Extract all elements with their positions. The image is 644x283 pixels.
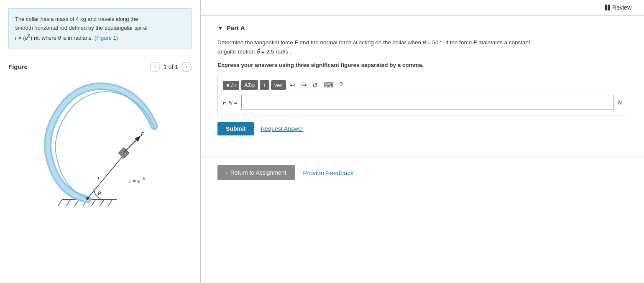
right-panel: Review ▼ Part A Determine the tangential… (201, 0, 644, 283)
prev-figure-button[interactable]: ‹ (150, 62, 160, 72)
next-figure-button[interactable]: › (181, 62, 192, 72)
figure-link[interactable]: (Figure 1) (95, 35, 118, 41)
return-label: Return to Assignment (230, 169, 286, 176)
vec-label: vec (274, 82, 283, 88)
greek-button[interactable]: AΣφ (241, 80, 258, 90)
problem-text-line2: smooth horizontal rod defined by the equ… (15, 25, 148, 31)
collapse-arrow[interactable]: ▼ (217, 25, 223, 31)
problem-statement: The collar has a mass of 4 kg and travel… (8, 8, 192, 49)
review-icon (605, 5, 610, 10)
answer-box: ■ √□ AΣφ ↕ vec ↩ ↪ ↺ ⌨ ? (217, 75, 627, 115)
svg-text:F: F (141, 131, 145, 137)
undo-button[interactable]: ↩ (288, 80, 297, 90)
problem-text-line1: The collar has a mass of 4 kg and travel… (15, 16, 138, 22)
review-button[interactable]: Review (605, 4, 631, 11)
part-title: Part A (227, 24, 245, 31)
svg-line-8 (87, 153, 125, 199)
input-row: F, N = N (223, 95, 622, 110)
svg-line-5 (92, 199, 96, 206)
svg-line-1 (58, 199, 62, 206)
figure-label: Figure (8, 63, 28, 70)
problem-equation: r = (eθ) m, where θ is in radians. (Figu… (15, 35, 118, 41)
express-text: Express your answers using three signifi… (217, 62, 627, 68)
part-header: ▼ Part A (217, 24, 627, 31)
part-a-section: ▼ Part A Determine the tangential force … (201, 16, 644, 156)
bottom-actions: ‹ Return to Assignment Provide Feedback (201, 156, 644, 189)
svg-line-2 (66, 199, 71, 206)
svg-text:r: r (98, 175, 100, 181)
math-toolbar: ■ √□ AΣφ ↕ vec ↩ ↪ ↺ ⌨ ? (223, 80, 622, 90)
answer-input[interactable] (241, 95, 614, 110)
arrows-button[interactable]: ↕ (260, 80, 269, 90)
svg-text:θ: θ (98, 190, 101, 196)
arrows-label: ↕ (263, 82, 266, 88)
figure-nav: ‹ 1 of 1 › (150, 62, 192, 72)
formula-icon: ■ (226, 82, 229, 88)
figure-section: Figure ‹ 1 of 1 › (0, 58, 200, 214)
review-bar: Review (201, 0, 644, 15)
unit-label: N (618, 99, 622, 106)
request-answer-button[interactable]: Request Answer (261, 125, 303, 132)
action-row: Submit Request Answer (217, 122, 627, 135)
greek-label: AΣφ (244, 82, 255, 88)
redo-button[interactable]: ↪ (299, 80, 309, 90)
figure-header: Figure ‹ 1 of 1 › (8, 62, 192, 72)
vec-button[interactable]: vec (271, 80, 286, 90)
submit-button[interactable]: Submit (217, 122, 254, 135)
formula-button[interactable]: ■ √□ (223, 81, 239, 90)
reset-button[interactable]: ↺ (310, 80, 320, 90)
part-description: Determine the tangential force F and the… (217, 38, 627, 56)
left-panel: The collar has a mass of 4 kg and travel… (0, 0, 201, 283)
page-indicator: 1 of 1 (164, 64, 178, 70)
review-label: Review (612, 4, 631, 11)
help-button[interactable]: ? (337, 81, 345, 90)
keyboard-button[interactable]: ⌨ (322, 80, 335, 90)
svg-point-9 (86, 197, 89, 200)
description-line1: Determine the tangential force F and the… (217, 39, 530, 46)
provide-feedback-button[interactable]: Provide Feedback (303, 169, 354, 176)
figure-svg: θ r r = e θ (33, 76, 167, 210)
svg-line-7 (108, 199, 112, 206)
return-to-assignment-button[interactable]: ‹ Return to Assignment (217, 165, 295, 180)
sqrt-icon: √□ (230, 82, 236, 88)
figure-image: θ r r = e θ (33, 76, 167, 210)
input-label: F, N = (223, 99, 237, 106)
svg-text:θ: θ (143, 176, 145, 181)
description-line2: angular motion θ̇ = 2.5 rad/s . (217, 48, 291, 55)
svg-line-15 (124, 137, 140, 153)
svg-text:r = e: r = e (129, 178, 140, 184)
return-arrow-icon: ‹ (226, 169, 228, 176)
svg-line-6 (100, 199, 104, 206)
